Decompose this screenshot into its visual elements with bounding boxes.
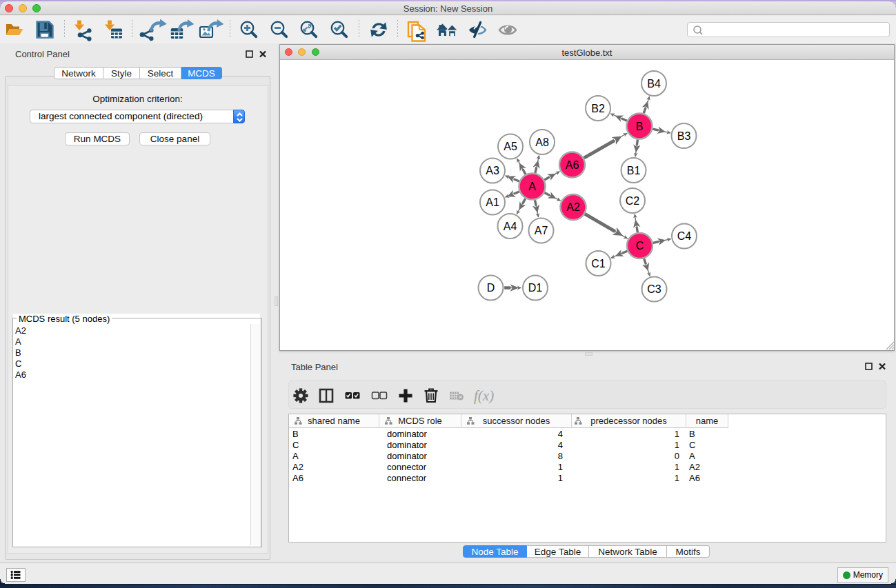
svg-text:f(x): f(x) [474, 387, 494, 404]
svg-text:B1: B1 [627, 165, 641, 176]
svg-text:A3: A3 [486, 165, 499, 176]
svg-text:C2: C2 [626, 195, 640, 207]
svg-text:C: C [636, 240, 644, 252]
svg-text:A6: A6 [566, 159, 579, 171]
svg-text:B4: B4 [647, 78, 661, 90]
svg-text:A1: A1 [486, 196, 499, 208]
svg-text:A8: A8 [535, 136, 549, 148]
svg-text:A7: A7 [535, 225, 548, 236]
svg-text:D: D [487, 282, 495, 294]
svg-text:C3: C3 [647, 283, 661, 295]
svg-text:B: B [636, 121, 644, 132]
svg-text:A4: A4 [504, 221, 517, 232]
svg-text:A: A [528, 181, 536, 192]
svg-text:D1: D1 [528, 282, 543, 294]
svg-text:B2: B2 [591, 103, 605, 114]
svg-text:B3: B3 [677, 130, 691, 142]
svg-text:A2: A2 [566, 201, 580, 213]
svg-text:C4: C4 [677, 230, 692, 242]
svg-text:C1: C1 [591, 258, 606, 270]
svg-text:A5: A5 [504, 141, 517, 152]
